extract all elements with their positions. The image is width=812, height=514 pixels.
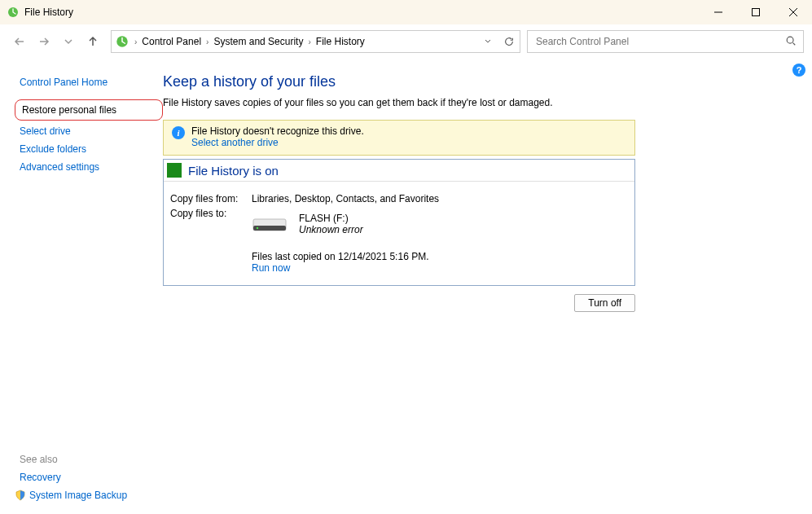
search-input[interactable]	[534, 35, 785, 48]
minimize-button[interactable]	[700, 0, 737, 24]
copy-from-label: Copy files from:	[170, 193, 252, 204]
sidebar-recovery[interactable]: Recovery	[15, 468, 163, 486]
sidebar-exclude-folders[interactable]: Exclude folders	[15, 140, 163, 158]
window-title: File History	[24, 7, 73, 18]
refresh-button[interactable]	[498, 31, 520, 52]
svg-line-7	[793, 42, 796, 45]
help-button[interactable]: ?	[792, 64, 805, 77]
shield-icon	[15, 490, 26, 501]
status-indicator-icon	[167, 163, 182, 178]
sidebar: Control Panel Home Restore personal file…	[0, 59, 163, 514]
maximize-button[interactable]	[737, 0, 775, 24]
titlebar: File History	[0, 0, 812, 24]
forward-button[interactable]	[33, 30, 55, 53]
drive-icon	[252, 214, 287, 236]
sidebar-select-drive[interactable]: Select drive	[15, 122, 163, 140]
breadcrumb-item[interactable]: File History	[313, 31, 368, 52]
warning-text: File History doesn't recognize this driv…	[191, 125, 364, 137]
back-button[interactable]	[8, 30, 31, 53]
svg-point-10	[257, 227, 258, 229]
address-dropdown[interactable]	[477, 31, 498, 52]
run-now-link[interactable]: Run now	[252, 262, 290, 274]
sidebar-restore-personal-files[interactable]: Restore personal files	[15, 99, 163, 121]
select-another-drive-link[interactable]: Select another drive	[191, 137, 279, 148]
main-content: ? Keep a history of your files File Hist…	[163, 59, 812, 514]
breadcrumb-item[interactable]: System and Security	[210, 31, 306, 52]
sidebar-home[interactable]: Control Panel Home	[15, 73, 163, 91]
chevron-right-icon[interactable]: ›	[306, 37, 312, 46]
sidebar-system-image-backup[interactable]: System Image Backup	[29, 488, 127, 503]
navbar: › Control Panel › System and Security › …	[0, 24, 812, 59]
close-button[interactable]	[775, 0, 812, 24]
status-title: File History is on	[188, 164, 279, 178]
drive-name: FLASH (F:)	[299, 213, 363, 224]
info-icon: i	[172, 126, 185, 139]
svg-rect-2	[753, 9, 760, 16]
page-heading: Keep a history of your files	[163, 73, 791, 90]
file-history-icon	[7, 6, 20, 19]
file-history-icon	[115, 34, 129, 49]
warning-banner: i File History doesn't recognize this dr…	[163, 120, 635, 156]
turn-off-button[interactable]: Turn off	[574, 294, 635, 312]
svg-point-6	[787, 37, 793, 43]
breadcrumb-item[interactable]: Control Panel	[138, 31, 204, 52]
search-box[interactable]	[527, 30, 804, 53]
last-copied-text: Files last copied on 12/14/2021 5:16 PM.	[252, 251, 628, 262]
search-icon[interactable]	[785, 35, 797, 49]
chevron-right-icon[interactable]: ›	[133, 37, 138, 46]
up-button[interactable]	[81, 30, 104, 53]
status-box: File History is on Copy files from: Libr…	[163, 159, 635, 286]
copy-to-label: Copy files to:	[170, 208, 252, 236]
chevron-right-icon[interactable]: ›	[204, 37, 210, 46]
sidebar-advanced-settings[interactable]: Advanced settings	[15, 158, 163, 176]
address-bar[interactable]: › Control Panel › System and Security › …	[111, 30, 520, 53]
drive-error: Unknown error	[299, 224, 363, 235]
page-description: File History saves copies of your files …	[163, 97, 791, 108]
recent-dropdown[interactable]	[57, 30, 80, 53]
copy-from-value: Libraries, Desktop, Contacts, and Favori…	[252, 193, 628, 204]
see-also-label: See also	[15, 450, 163, 468]
